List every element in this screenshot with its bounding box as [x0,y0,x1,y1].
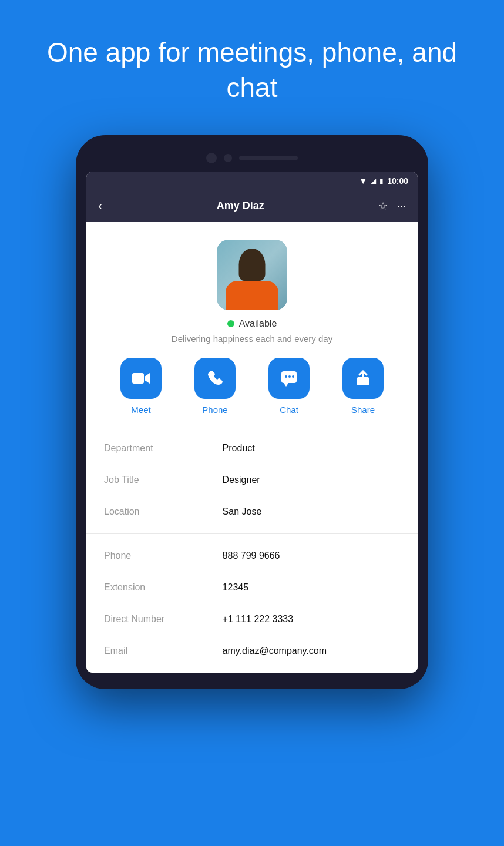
svg-rect-0 [132,373,144,384]
meet-label: Meet [131,405,150,415]
department-label: Department [104,443,223,454]
phone-field-label: Phone [104,550,223,561]
page-headline: One app for meetings, phone, and chat [0,35,504,106]
phone-button[interactable]: Phone [194,358,236,415]
battery-icon: ▮ [379,177,384,185]
status-label: Available [239,318,277,329]
share-label: Share [351,405,375,415]
status-bar: ▼ ◢ ▮ 10:00 [86,172,418,190]
svg-marker-2 [284,383,288,387]
info-section: Department Product Job Title Designer Lo… [86,427,418,533]
wifi-icon: ▼ [359,176,367,186]
job-title-value: Designer [223,475,400,485]
location-row: Location San Jose [104,496,400,528]
profile-section: Available Delivering happiness each and … [86,222,418,427]
chat-label: Chat [280,405,298,415]
job-title-row: Job Title Designer [104,464,400,496]
status-indicator [227,320,234,327]
status-row: Available [227,318,277,329]
phone-mockup: ▼ ◢ ▮ 10:00 ‹ Amy Diaz ☆ ··· [76,135,428,689]
email-value: amy.diaz@company.com [223,646,400,656]
avatar [217,240,287,310]
share-button[interactable]: Share [342,358,384,415]
department-row: Department Product [104,432,400,464]
back-button[interactable]: ‹ [98,199,102,214]
contact-section: Phone 888 799 9666 Extension 12345 Direc… [86,534,418,673]
camera-right [224,154,232,162]
extension-label: Extension [104,582,223,593]
extension-row: Extension 12345 [104,572,400,603]
share-icon [342,358,384,399]
email-row: Email amy.diaz@company.com [104,635,400,667]
svg-rect-7 [357,378,369,385]
signal-icon: ◢ [371,177,376,185]
svg-rect-3 [285,375,287,378]
phone-icon [194,358,236,399]
meet-button[interactable]: Meet [120,358,162,415]
svg-rect-4 [288,375,291,378]
chat-icon [268,358,310,399]
location-label: Location [104,506,223,517]
department-value: Product [223,443,400,454]
status-time: 10:00 [387,176,408,186]
job-title-label: Job Title [104,475,223,485]
phone-screen: ▼ ◢ ▮ 10:00 ‹ Amy Diaz ☆ ··· [86,172,418,673]
direct-number-label: Direct Number [104,614,223,625]
phone-field-value: 888 799 9666 [223,550,400,561]
speaker-bar [239,156,298,160]
svg-rect-5 [292,375,294,378]
app-header: ‹ Amy Diaz ☆ ··· [86,190,418,222]
direct-number-row: Direct Number +1 111 222 3333 [104,603,400,635]
chat-button[interactable]: Chat [268,358,310,415]
contact-name-header: Amy Diaz [217,200,264,212]
phone-label: Phone [202,405,227,415]
camera-left [206,153,217,163]
favorite-button[interactable]: ☆ [378,200,388,213]
meet-icon [120,358,162,399]
email-label: Email [104,646,223,656]
location-value: San Jose [223,506,400,517]
extension-value: 12345 [223,582,400,593]
direct-number-value: +1 111 222 3333 [223,614,400,625]
header-actions: ☆ ··· [378,200,406,213]
more-options-button[interactable]: ··· [397,200,406,212]
phone-top-hardware [86,147,418,172]
action-buttons-row: Meet Phone [98,358,406,415]
phone-row: Phone 888 799 9666 [104,540,400,572]
status-message: Delivering happiness each and every day [172,334,332,344]
